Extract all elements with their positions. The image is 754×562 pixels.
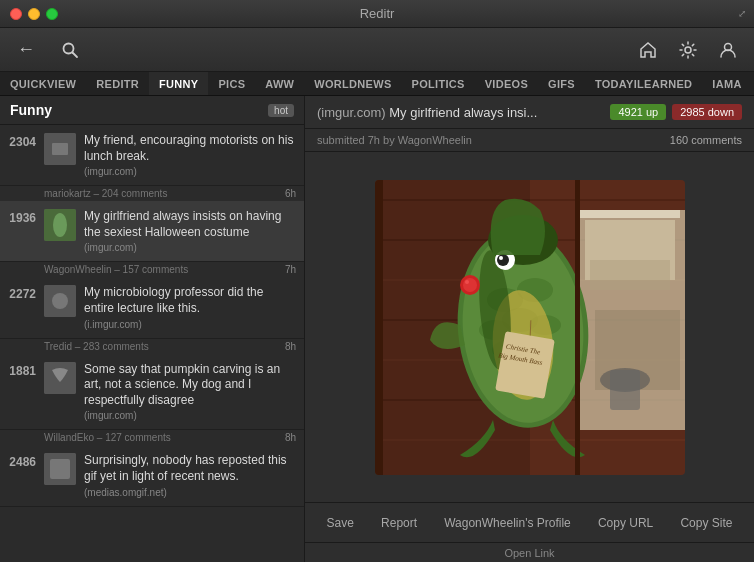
vote-badges: 4921 up 2985 down	[610, 104, 742, 120]
tab-politics[interactable]: POLITICS	[402, 72, 475, 95]
copy-url-button[interactable]: Copy URL	[588, 512, 663, 534]
post-domain: (imgur.com)	[84, 242, 296, 253]
post-content: My friend, encouraging motorists on his …	[84, 133, 296, 177]
tab-videos[interactable]: VIDEOS	[475, 72, 538, 95]
user-button[interactable]	[712, 34, 744, 66]
post-meta: WagonWheelin – 157 comments 7h	[0, 262, 304, 277]
post-image: Christie The Big Mouth Bass	[375, 180, 685, 475]
comments-count: 160 comments	[670, 134, 742, 146]
post-time: 8h	[285, 341, 296, 352]
post-author: WagonWheelin – 157 comments	[44, 264, 188, 275]
svg-rect-12	[50, 459, 70, 479]
post-image-svg: Christie The Big Mouth Bass	[375, 180, 685, 475]
list-item[interactable]: 1936 My girlfriend always insists on hav…	[0, 201, 304, 262]
svg-point-2	[685, 47, 691, 53]
post-domain: (medias.omgif.net)	[84, 487, 296, 498]
post-meta: WillandEko – 127 comments 8h	[0, 430, 304, 445]
tab-pics[interactable]: PICS	[208, 72, 255, 95]
titlebar: Reditr ⤢	[0, 0, 754, 28]
profile-button[interactable]: WagonWheelin's Profile	[434, 512, 581, 534]
post-time: 8h	[285, 432, 296, 443]
app-title: Reditr	[360, 6, 395, 21]
svg-point-51	[465, 280, 469, 284]
report-button[interactable]: Report	[371, 512, 427, 534]
user-icon	[718, 40, 738, 60]
back-button[interactable]: ←	[10, 34, 42, 66]
post-score: 2486	[8, 453, 44, 469]
content-domain: (imgur.com)	[317, 105, 386, 120]
post-domain: (i.imgur.com)	[84, 319, 296, 330]
list-item[interactable]: 2486 Surprisingly, nobody has reposted t…	[0, 445, 304, 506]
tab-iama[interactable]: IAMA	[702, 72, 751, 95]
post-thumbnail	[44, 362, 76, 394]
copy-site-button[interactable]: Copy Site	[670, 512, 742, 534]
search-icon	[61, 41, 79, 59]
minimize-button[interactable]	[28, 8, 40, 20]
post-author: mariokartz – 204 comments	[44, 188, 167, 199]
content-header: (imgur.com) My girlfriend always insi...…	[305, 96, 754, 129]
svg-rect-53	[575, 180, 580, 475]
svg-rect-24	[590, 260, 670, 290]
post-time: 7h	[285, 264, 296, 275]
post-thumbnail	[44, 285, 76, 317]
sidebar: Funny hot 2304 My friend, encouraging mo…	[0, 96, 305, 562]
svg-point-9	[52, 293, 68, 309]
search-button[interactable]	[54, 34, 86, 66]
post-title: Surprisingly, nobody has reposted this g…	[84, 453, 296, 484]
post-author: Tredid – 283 comments	[44, 341, 149, 352]
post-content: Some say that pumpkin carving is an art,…	[84, 362, 296, 422]
post-score: 2304	[8, 133, 44, 149]
post-content: My girlfriend always insists on having t…	[84, 209, 296, 253]
post-meta: mariokartz – 204 comments 6h	[0, 186, 304, 201]
maximize-button[interactable]	[46, 8, 58, 20]
post-title: Some say that pumpkin carving is an art,…	[84, 362, 296, 409]
svg-point-44	[499, 256, 503, 260]
hot-badge: hot	[268, 104, 294, 117]
tabs-bar: QUICKVIEW REDITR FUNNY PICS AWW WORLDNEW…	[0, 72, 754, 96]
tab-quickview[interactable]: QUICKVIEW	[0, 72, 86, 95]
post-title: My microbiology professor did the entire…	[84, 285, 296, 316]
post-thumbnail	[44, 453, 76, 485]
window-controls	[0, 8, 58, 20]
content-pane: (imgur.com) My girlfriend always insi...…	[305, 96, 754, 562]
expand-icon[interactable]: ⤢	[738, 8, 746, 19]
tab-funny[interactable]: FUNNY	[149, 72, 208, 95]
tab-todayilearned[interactable]: TODAYILEARNED	[585, 72, 702, 95]
svg-point-43	[497, 254, 509, 266]
downvote-badge: 2985 down	[672, 104, 742, 120]
open-link-bar[interactable]: Open Link	[305, 542, 754, 562]
list-item[interactable]: 2304 My friend, encouraging motorists on…	[0, 125, 304, 186]
svg-rect-27	[610, 370, 640, 410]
settings-button[interactable]	[672, 34, 704, 66]
sidebar-header: Funny hot	[0, 96, 304, 125]
post-title: My friend, encouraging motorists on his …	[84, 133, 296, 164]
content-title: (imgur.com) My girlfriend always insi...	[317, 105, 537, 120]
content-footer: Save Report WagonWheelin's Profile Copy …	[305, 502, 754, 542]
post-content: Surprisingly, nobody has reposted this g…	[84, 453, 296, 497]
post-thumbnail	[44, 209, 76, 241]
list-item[interactable]: 1881 Some say that pumpkin carving is an…	[0, 354, 304, 431]
image-area: Christie The Big Mouth Bass	[305, 152, 754, 502]
home-button[interactable]	[632, 34, 664, 66]
list-item[interactable]: 2272 My microbiology professor did the e…	[0, 277, 304, 338]
tab-worldnews[interactable]: WORLDNEWS	[304, 72, 401, 95]
sidebar-title: Funny	[10, 102, 52, 118]
post-author: WillandEko – 127 comments	[44, 432, 171, 443]
content-title-text: My girlfriend always insi...	[389, 105, 537, 120]
toolbar-right	[632, 34, 744, 66]
home-icon	[638, 40, 658, 60]
submitted-info: submitted 7h by WagonWheelin	[317, 134, 472, 146]
post-time: 6h	[285, 188, 296, 199]
svg-line-1	[73, 52, 78, 57]
tab-gifs[interactable]: GIFS	[538, 72, 585, 95]
gear-icon	[678, 40, 698, 60]
post-content: My microbiology professor did the entire…	[84, 285, 296, 329]
save-button[interactable]: Save	[317, 512, 364, 534]
post-domain: (imgur.com)	[84, 166, 296, 177]
close-button[interactable]	[10, 8, 22, 20]
post-meta: Tredid – 283 comments 8h	[0, 339, 304, 354]
tab-aww[interactable]: AWW	[255, 72, 304, 95]
tab-reditr[interactable]: REDITR	[86, 72, 149, 95]
svg-rect-5	[52, 143, 68, 155]
post-title: My girlfriend always insists on having t…	[84, 209, 296, 240]
